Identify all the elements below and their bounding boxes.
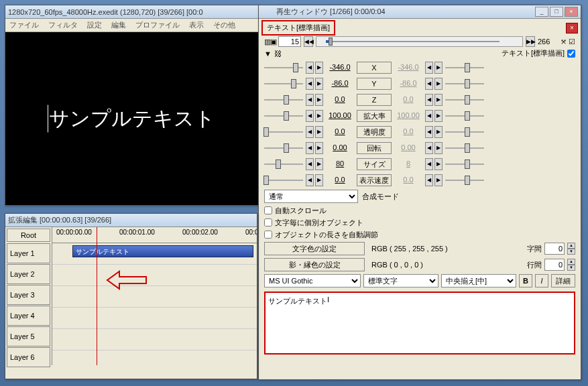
value-right[interactable]: 0.00 bbox=[393, 142, 424, 154]
inc-right[interactable]: ▶ bbox=[434, 94, 443, 106]
dec-left[interactable]: ◀ bbox=[306, 158, 314, 170]
layer-2-button[interactable]: Layer 2 bbox=[7, 264, 50, 284]
slider-right[interactable] bbox=[444, 62, 485, 74]
root-button[interactable]: Root bbox=[7, 229, 50, 242]
linespace-input[interactable] bbox=[544, 259, 565, 271]
check-autolen[interactable] bbox=[264, 231, 272, 239]
bold-button[interactable]: B bbox=[519, 274, 532, 287]
track-5[interactable] bbox=[52, 329, 257, 350]
slider-left[interactable] bbox=[263, 110, 304, 122]
dec-right[interactable]: ◀ bbox=[425, 62, 433, 74]
playhead[interactable] bbox=[97, 227, 97, 365]
value-left[interactable]: 0.0 bbox=[325, 94, 355, 106]
param-label-button[interactable]: サイズ bbox=[357, 158, 392, 170]
inc-left[interactable]: ▶ bbox=[315, 94, 323, 106]
dec-right[interactable]: ◀ bbox=[425, 110, 433, 122]
align-select[interactable]: 中央揃え[中] bbox=[441, 274, 516, 287]
slider-left[interactable] bbox=[263, 62, 304, 74]
slider-right[interactable] bbox=[444, 142, 485, 154]
param-label-button[interactable]: Y bbox=[357, 78, 392, 90]
camera-icon[interactable]: ▥ ▣ bbox=[264, 38, 276, 46]
param-label-button[interactable]: Z bbox=[357, 94, 392, 106]
inc-right[interactable]: ▶ bbox=[434, 110, 443, 122]
timeline-titlebar[interactable]: 拡張編集 [00:00:00.63] [39/266] bbox=[5, 214, 257, 227]
menu-profile[interactable]: プロファイル bbox=[135, 20, 180, 30]
menu-edit[interactable]: 編集 bbox=[111, 20, 126, 30]
slider-right[interactable] bbox=[444, 158, 485, 170]
dec-left[interactable]: ◀ bbox=[306, 78, 314, 90]
preview-titlebar[interactable]: 1280x720_60fps_48000Hz.exedit (1280,720)… bbox=[5, 5, 259, 19]
track-2[interactable] bbox=[52, 265, 257, 286]
value-right[interactable]: -86.0 bbox=[393, 78, 424, 90]
value-left[interactable]: -86.0 bbox=[325, 78, 355, 90]
menu-other[interactable]: その他 bbox=[213, 20, 235, 30]
check-perchar[interactable] bbox=[264, 218, 272, 227]
layer-3-button[interactable]: Layer 3 bbox=[7, 285, 50, 305]
inc-left[interactable]: ▶ bbox=[315, 174, 323, 186]
layer-1-button[interactable]: Layer 1 bbox=[7, 243, 50, 263]
param-label-button[interactable]: X bbox=[357, 62, 392, 74]
track-1[interactable]: サンプルテキスト bbox=[52, 243, 257, 265]
slider-left[interactable] bbox=[263, 78, 304, 90]
inc-left[interactable]: ▶ bbox=[315, 158, 323, 170]
charspace-spinner[interactable]: ▲▼ bbox=[567, 243, 575, 255]
dec-left[interactable]: ◀ bbox=[306, 94, 314, 106]
tracks-area[interactable]: 00:00:00.00 00:00:01.00 00:00:02.00 00:0… bbox=[52, 227, 257, 365]
track-4[interactable] bbox=[52, 308, 257, 329]
slider-right[interactable] bbox=[444, 126, 485, 138]
value-left[interactable]: 0.00 bbox=[325, 142, 355, 154]
dec-right[interactable]: ◀ bbox=[425, 142, 433, 154]
textcolor-button[interactable]: 文字色の設定 bbox=[264, 242, 365, 255]
prop-tab-close[interactable]: × bbox=[566, 23, 578, 34]
italic-button[interactable]: I bbox=[535, 274, 548, 287]
collapse-icon[interactable]: ▼ bbox=[264, 50, 272, 58]
param-label-button[interactable]: 表示速度 bbox=[357, 174, 392, 186]
close-button[interactable]: × bbox=[565, 7, 578, 17]
slider-left[interactable] bbox=[263, 142, 304, 154]
menu-view[interactable]: 表示 bbox=[189, 20, 204, 30]
param-label-button[interactable]: 回転 bbox=[357, 142, 392, 154]
dec-left[interactable]: ◀ bbox=[306, 110, 314, 122]
detail-button[interactable]: 詳細 bbox=[551, 274, 575, 287]
menu-filter[interactable]: フィルタ bbox=[48, 20, 78, 30]
value-left[interactable]: -346.0 bbox=[325, 62, 355, 74]
inc-left[interactable]: ▶ bbox=[315, 78, 323, 90]
value-right[interactable]: -346.0 bbox=[393, 62, 424, 74]
inc-left[interactable]: ▶ bbox=[315, 126, 323, 138]
track-3[interactable] bbox=[52, 286, 257, 308]
dec-right[interactable]: ◀ bbox=[425, 158, 433, 170]
layer-4-button[interactable]: Layer 4 bbox=[7, 306, 50, 326]
dec-left[interactable]: ◀ bbox=[306, 62, 314, 74]
inc-left[interactable]: ▶ bbox=[315, 142, 323, 154]
dec-right[interactable]: ◀ bbox=[425, 174, 433, 186]
inc-right[interactable]: ▶ bbox=[434, 62, 443, 74]
param-label-button[interactable]: 透明度 bbox=[357, 126, 392, 138]
frame-start-input[interactable] bbox=[278, 36, 301, 47]
inc-right[interactable]: ▶ bbox=[434, 126, 443, 138]
slider-right[interactable] bbox=[444, 174, 485, 186]
value-right[interactable]: 0.0 bbox=[393, 94, 424, 106]
inc-left[interactable]: ▶ bbox=[315, 110, 323, 122]
value-left[interactable]: 80 bbox=[325, 158, 355, 170]
slider-left[interactable] bbox=[263, 174, 304, 186]
minimize-button[interactable]: _ bbox=[535, 7, 548, 17]
frame-slider[interactable] bbox=[316, 36, 523, 47]
time-ruler[interactable]: 00:00:00.00 00:00:01.00 00:00:02.00 00:0… bbox=[52, 227, 257, 243]
inc-right[interactable]: ▶ bbox=[434, 78, 443, 90]
shadowcolor-button[interactable]: 影・縁色の設定 bbox=[264, 258, 365, 271]
chain-icon[interactable]: ⛓ bbox=[274, 50, 282, 58]
blend-mode-select[interactable]: 通常 bbox=[264, 190, 358, 203]
value-left[interactable]: 0.0 bbox=[325, 174, 355, 186]
chain-enable-checkbox[interactable] bbox=[567, 50, 575, 58]
value-left[interactable]: 0.0 bbox=[325, 126, 355, 138]
dec-right[interactable]: ◀ bbox=[425, 126, 433, 138]
slider-right[interactable] bbox=[444, 94, 485, 106]
value-right[interactable]: 8 bbox=[393, 158, 424, 170]
linespace-spinner[interactable]: ▲▼ bbox=[567, 259, 575, 271]
inc-left[interactable]: ▶ bbox=[315, 62, 323, 74]
dec-right[interactable]: ◀ bbox=[425, 78, 433, 90]
style-select[interactable]: 標準文字 bbox=[363, 274, 438, 287]
frame-prev-fast[interactable]: ◀◀ bbox=[304, 36, 313, 47]
slider-left[interactable] bbox=[263, 158, 304, 170]
prop-titlebar[interactable]: 再生ウィンドウ [1/266] 0:00/0:04 _ □ × bbox=[259, 5, 581, 19]
